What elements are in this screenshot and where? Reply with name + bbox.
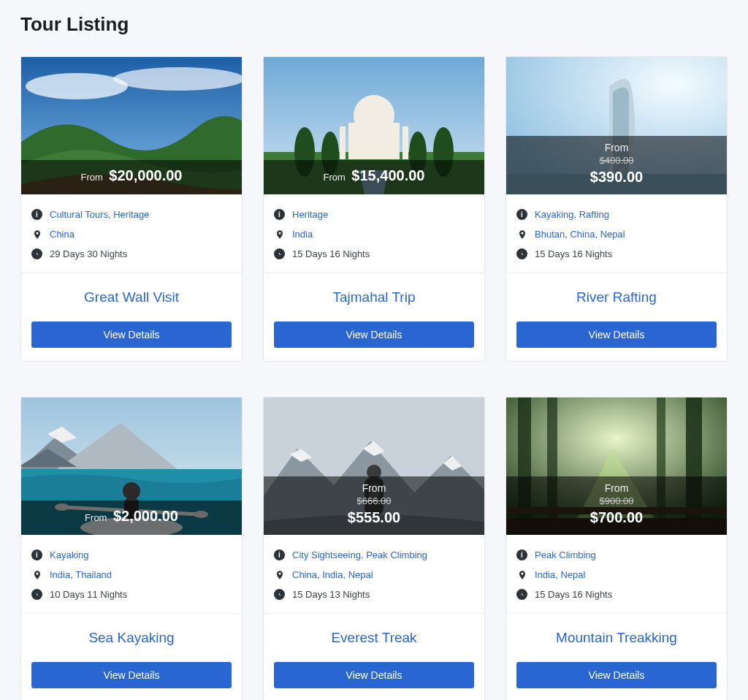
tour-footer: Sea Kayaking View Details: [21, 614, 242, 700]
svg-point-20: [123, 482, 140, 500]
location-link[interactable]: Nepal: [348, 569, 373, 580]
duration-text: 15 Days 16 Nights: [292, 248, 370, 259]
price-strip: From $2,000.00: [21, 501, 242, 535]
clock-icon: [274, 248, 285, 259]
duration-text: 29 Days 30 Nights: [50, 248, 127, 259]
tour-meta: iPeak Climbing India, Nepal 15 Days 16 N…: [506, 535, 727, 614]
tour-card: From $2,000.00 iKayaking India, Thailand…: [20, 397, 243, 700]
price-strip: From $15,400.00: [264, 160, 484, 194]
clock-icon: [516, 589, 527, 600]
price-strip: From $400.00 $390.00: [506, 136, 727, 194]
duration-text: 15 Days 16 Nights: [535, 248, 612, 259]
tour-meta: iKayaking India, Thailand 10 Days 11 Nig…: [21, 535, 242, 614]
location-pin-icon: [274, 229, 285, 240]
clock-icon: [31, 589, 42, 600]
tour-title-link[interactable]: River Rafting: [516, 289, 717, 305]
tour-title-link[interactable]: Sea Kayaking: [31, 630, 232, 646]
info-icon: i: [274, 209, 285, 220]
svg-point-2: [113, 67, 242, 91]
view-details-button[interactable]: View Details: [516, 322, 717, 348]
view-details-button[interactable]: View Details: [516, 662, 717, 688]
tour-title-link[interactable]: Great Wall Visit: [31, 289, 232, 305]
duration-text: 10 Days 11 Nights: [50, 589, 127, 600]
from-label: From: [509, 142, 724, 153]
location-pin-icon: [516, 229, 527, 240]
tour-card: From $20,000.00 iCultural Tours, Heritag…: [20, 56, 243, 362]
location-pin-icon: [516, 569, 527, 580]
location-link[interactable]: Nepal: [600, 229, 625, 240]
category-link[interactable]: Peak Climbing: [535, 549, 596, 560]
tour-card: From $15,400.00 iHeritage India 15 Days …: [263, 56, 485, 362]
tour-hero-image[interactable]: From $15,400.00: [264, 57, 484, 194]
tour-hero-image[interactable]: From $666.00 $555.00: [264, 397, 484, 535]
category-link[interactable]: Rafting: [579, 209, 609, 220]
tour-title-link[interactable]: Mountain Treakking: [516, 630, 717, 646]
category-link[interactable]: Kayaking: [50, 549, 88, 560]
location-pin-icon: [31, 229, 42, 240]
location-link[interactable]: Thailand: [75, 569, 112, 580]
from-label: From: [324, 172, 346, 183]
location-link[interactable]: Nepal: [560, 569, 585, 580]
category-link[interactable]: Kayaking: [535, 209, 573, 220]
info-icon: i: [31, 549, 42, 560]
view-details-button[interactable]: View Details: [274, 662, 474, 688]
tour-grid: From $20,000.00 iCultural Tours, Heritag…: [20, 56, 728, 700]
tour-footer: River Rafting View Details: [506, 273, 727, 361]
tour-title-link[interactable]: Tajmahal Trip: [274, 289, 474, 305]
view-details-button[interactable]: View Details: [274, 322, 474, 348]
tour-meta: iCity Sightseeing, Peak Climbing China, …: [264, 535, 484, 614]
location-link[interactable]: India: [50, 569, 70, 580]
tour-hero-image[interactable]: From $20,000.00: [21, 57, 242, 194]
svg-rect-11: [340, 126, 346, 159]
location-link[interactable]: China: [50, 229, 75, 240]
category-link[interactable]: Heritage: [292, 209, 328, 220]
clock-icon: [31, 248, 42, 259]
duration-text: 15 Days 13 Nights: [292, 589, 370, 600]
price-value: $700.00: [590, 509, 643, 525]
from-label: From: [81, 172, 103, 183]
tour-hero-image[interactable]: From $2,000.00: [21, 397, 242, 535]
price-value: $390.00: [590, 169, 643, 185]
duration-text: 15 Days 16 Nights: [535, 589, 612, 600]
price-strip: From $900.00 $700.00: [506, 476, 727, 535]
location-link[interactable]: India: [535, 569, 555, 580]
view-details-button[interactable]: View Details: [31, 662, 232, 688]
location-link[interactable]: China: [570, 229, 595, 240]
info-icon: i: [31, 209, 42, 220]
info-icon: i: [516, 209, 527, 220]
category-link[interactable]: City Sightseeing: [292, 549, 361, 560]
price-value: $15,400.00: [351, 167, 424, 183]
tour-card: From $400.00 $390.00 iKayaking, Rafting …: [505, 56, 728, 362]
location-link[interactable]: China: [292, 569, 317, 580]
price-value: $20,000.00: [109, 167, 182, 183]
tour-meta: iHeritage India 15 Days 16 Nights: [264, 194, 484, 273]
tour-footer: Everest Treak View Details: [264, 614, 484, 700]
original-price: $400.00: [509, 155, 724, 166]
tour-footer: Great Wall Visit View Details: [21, 273, 242, 361]
svg-point-10: [354, 95, 394, 136]
tour-meta: iKayaking, Rafting Bhutan, China, Nepal …: [506, 194, 727, 273]
tour-hero-image[interactable]: From $400.00 $390.00: [506, 57, 727, 194]
clock-icon: [274, 589, 285, 600]
price-value: $555.00: [348, 509, 400, 525]
location-link[interactable]: Bhutan: [535, 229, 565, 240]
tour-title-link[interactable]: Everest Treak: [274, 630, 474, 646]
svg-rect-12: [402, 126, 408, 159]
tour-footer: Mountain Treakking View Details: [506, 614, 727, 700]
category-link[interactable]: Cultural Tours: [50, 209, 108, 220]
tour-footer: Tajmahal Trip View Details: [264, 273, 484, 361]
info-icon: i: [274, 549, 285, 560]
tour-card: From $900.00 $700.00 iPeak Climbing Indi…: [505, 397, 728, 700]
category-link[interactable]: Peak Climbing: [366, 549, 427, 560]
info-icon: i: [516, 549, 527, 560]
location-link[interactable]: India: [322, 569, 343, 580]
page-title: Tour Listing: [20, 13, 728, 36]
location-link[interactable]: India: [292, 229, 313, 240]
original-price: $666.00: [267, 495, 481, 506]
view-details-button[interactable]: View Details: [31, 322, 232, 348]
location-pin-icon: [274, 569, 285, 580]
svg-point-1: [26, 73, 128, 99]
tour-hero-image[interactable]: From $900.00 $700.00: [506, 397, 727, 535]
from-label: From: [267, 482, 481, 494]
category-link[interactable]: Heritage: [113, 209, 149, 220]
